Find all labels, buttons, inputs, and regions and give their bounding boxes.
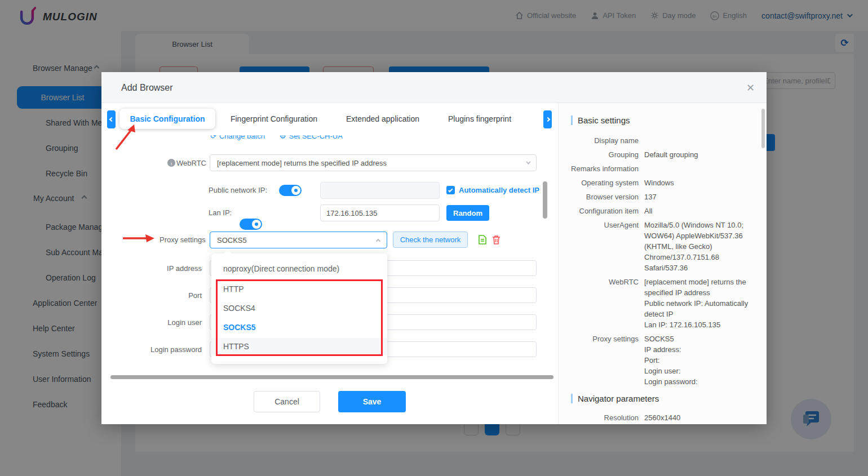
summary-row-os: Operating systemWindows: [559, 177, 759, 188]
port-label: Port: [140, 291, 202, 300]
vertical-scrollbar[interactable]: [543, 181, 547, 219]
summary-row-resolution: Resolution2560x1440: [559, 412, 759, 423]
proxy-type-select[interactable]: SOCKS5: [210, 232, 387, 248]
login-password-label: Login password: [140, 345, 202, 354]
summary-row-configuration-item: Configuration itemAll: [559, 206, 759, 216]
tab-basic-configuration[interactable]: Basic Configuration: [119, 109, 215, 129]
chevron-right-icon: [545, 117, 550, 122]
auto-detect-label: Automatically detect IP: [459, 186, 539, 194]
annotation-arrow-proxy: [122, 233, 157, 244]
navigator-rows: Resolution2560x1440 Languageen-US: [559, 412, 759, 424]
title-bar-accent: [571, 115, 573, 125]
title-bar-accent: [571, 394, 573, 403]
option-socks5[interactable]: SOCKS5: [211, 319, 387, 336]
summary-row-proxy: Proxy settingsSOCKS5 IP address: Port: L…: [559, 333, 759, 387]
change-batch-link[interactable]: ⟳Change batch: [210, 131, 265, 140]
cancel-button[interactable]: Cancel: [254, 391, 320, 412]
lan-ip-input[interactable]: [320, 204, 440, 221]
check-icon: [448, 188, 453, 192]
panel-scrollbar[interactable]: [761, 109, 765, 148]
refresh-icon: ⟳: [210, 132, 216, 140]
dropdown-caret: [224, 250, 232, 257]
chevron-left-icon: [109, 117, 113, 122]
ip-address-label: IP address: [140, 264, 202, 273]
random-button[interactable]: Random: [446, 205, 489, 221]
basic-settings-rows: Display name GroupingDefault grouping Re…: [559, 135, 759, 387]
modal-header: Add Browser ✕: [101, 72, 767, 103]
trash-icon[interactable]: [492, 235, 501, 244]
tab-fingerprint-configuration[interactable]: Fingerprint Configuration: [228, 109, 320, 129]
tab-extended-application[interactable]: Extended application: [345, 109, 420, 129]
summary-row-remarks: Remarks information: [559, 163, 759, 174]
tab-plugins-fingerprint[interactable]: Plugins fingerprint: [439, 109, 521, 129]
lan-ip-toggle[interactable]: [240, 219, 262, 230]
option-socks4[interactable]: SOCKS4: [211, 300, 387, 317]
summary-row-grouping: GroupingDefault grouping: [559, 149, 759, 160]
toggle-knob: [252, 220, 261, 229]
toggle-knob: [291, 186, 300, 195]
close-icon[interactable]: ✕: [746, 82, 755, 94]
summary-row-webrtc: WebRTC[replacement mode] returns the spe…: [559, 277, 759, 330]
summary-panel: Basic settings Display name GroupingDefa…: [558, 103, 767, 424]
public-ip-input[interactable]: [320, 182, 440, 199]
document-icon[interactable]: [478, 235, 487, 244]
app-root: MULOGIN Official website API Token Day m…: [0, 0, 868, 476]
set-sec-ch-ua-link[interactable]: ⚙Set SEC-CH-UA: [280, 131, 343, 140]
login-user-label: Login user: [140, 318, 202, 327]
lan-ip-label: Lan IP:: [209, 208, 232, 217]
info-icon: i: [167, 159, 175, 167]
proxy-settings-label: Proxy settings: [160, 235, 202, 244]
public-ip-toggle[interactable]: [279, 185, 302, 196]
summary-row-browser-version: Browser version137: [559, 192, 759, 202]
webrtc-label: WebRTC: [176, 159, 206, 167]
chevron-up-icon: [376, 239, 380, 243]
proxy-type-dropdown: noproxy(Direct connection mode) HTTP SOC…: [211, 253, 387, 364]
option-https[interactable]: HTTPS: [211, 338, 387, 355]
modal-main-area: Basic Configuration Fingerprint Configur…: [101, 103, 558, 424]
webrtc-select[interactable]: [replacement mode] returns the specified…: [210, 154, 537, 171]
summary-row-useragent: UserAgentMozilla/5.0 (Windows NT 10.0; W…: [559, 220, 759, 273]
check-network-button[interactable]: Check the network: [393, 232, 468, 248]
tab-scroll-right-button[interactable]: [543, 110, 552, 128]
public-ip-label: Public network IP:: [209, 186, 267, 194]
batch-links-row: ⟳Change batch ⚙Set SEC-CH-UA: [210, 131, 343, 140]
tab-scroll-left-button[interactable]: [107, 110, 116, 128]
option-noproxy[interactable]: noproxy(Direct connection mode): [211, 260, 387, 277]
summary-row-display-name: Display name: [559, 135, 759, 146]
save-button[interactable]: Save: [338, 391, 406, 412]
basic-settings-title: Basic settings: [571, 115, 759, 125]
add-browser-modal: Add Browser ✕ Basic Configuration Finger…: [101, 72, 767, 424]
gear-icon: ⚙: [280, 132, 286, 140]
modal-title: Add Browser: [121, 72, 173, 103]
navigator-parameters-title: Navigator parameters: [571, 394, 759, 403]
auto-detect-checkbox[interactable]: [446, 186, 455, 194]
option-http[interactable]: HTTP: [211, 281, 387, 297]
chevron-down-icon: [526, 159, 530, 164]
horizontal-scrollbar[interactable]: [110, 375, 553, 379]
